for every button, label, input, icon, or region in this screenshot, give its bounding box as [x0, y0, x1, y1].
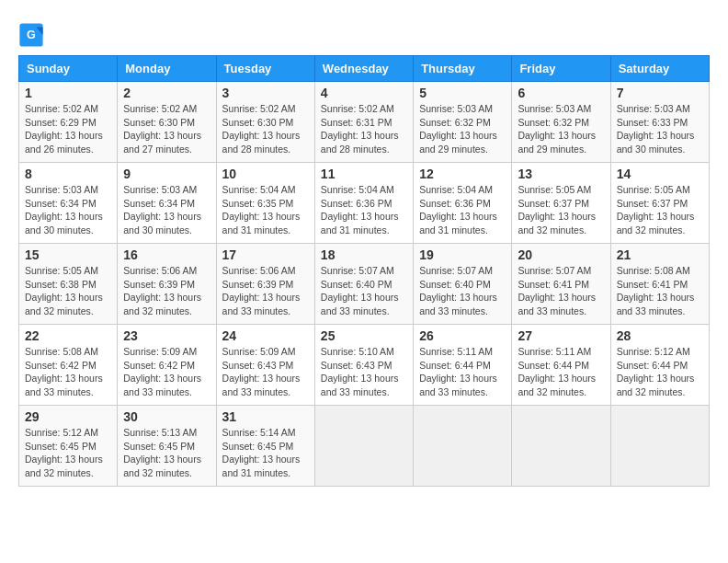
day-number: 5 — [419, 86, 506, 100]
weekday-header-wednesday: Wednesday — [314, 56, 413, 82]
day-info: Sunrise: 5:09 AM Sunset: 6:43 PM Dayligh… — [222, 345, 309, 399]
day-info: Sunrise: 5:03 AM Sunset: 6:33 PM Dayligh… — [617, 102, 703, 156]
day-info: Sunrise: 5:03 AM Sunset: 6:34 PM Dayligh… — [123, 183, 210, 237]
day-info: Sunrise: 5:03 AM Sunset: 6:34 PM Dayligh… — [25, 183, 111, 237]
day-number: 29 — [25, 409, 111, 424]
calendar-day-cell: 18 Sunrise: 5:07 AM Sunset: 6:40 PM Dayl… — [314, 244, 413, 325]
day-number: 19 — [419, 247, 506, 262]
calendar-day-cell: 31 Sunrise: 5:14 AM Sunset: 6:45 PM Dayl… — [216, 406, 314, 487]
page-header: G — [18, 18, 710, 48]
day-number: 21 — [617, 247, 703, 262]
weekday-header-monday: Monday — [118, 56, 216, 82]
day-number: 7 — [617, 86, 703, 100]
calendar-day-cell: 27 Sunrise: 5:11 AM Sunset: 6:44 PM Dayl… — [512, 325, 610, 406]
weekday-header-saturday: Saturday — [610, 56, 709, 82]
day-info: Sunrise: 5:02 AM Sunset: 6:30 PM Dayligh… — [222, 102, 309, 156]
empty-cell — [314, 406, 413, 487]
calendar-header-row: SundayMondayTuesdayWednesdayThursdayFrid… — [19, 56, 710, 82]
calendar-day-cell: 29 Sunrise: 5:12 AM Sunset: 6:45 PM Dayl… — [19, 406, 118, 487]
day-number: 3 — [222, 86, 309, 100]
empty-cell — [610, 406, 709, 487]
day-number: 28 — [617, 328, 703, 343]
calendar-day-cell: 20 Sunrise: 5:07 AM Sunset: 6:41 PM Dayl… — [512, 244, 610, 325]
day-info: Sunrise: 5:13 AM Sunset: 6:45 PM Dayligh… — [123, 426, 210, 480]
day-number: 8 — [25, 167, 111, 181]
weekday-header-friday: Friday — [512, 56, 610, 82]
weekday-header-sunday: Sunday — [19, 56, 118, 82]
calendar-week-row: 8 Sunrise: 5:03 AM Sunset: 6:34 PM Dayli… — [19, 163, 710, 244]
calendar-day-cell: 7 Sunrise: 5:03 AM Sunset: 6:33 PM Dayli… — [610, 82, 709, 163]
calendar-day-cell: 2 Sunrise: 5:02 AM Sunset: 6:30 PM Dayli… — [118, 82, 216, 163]
day-number: 12 — [419, 167, 506, 181]
day-number: 14 — [617, 167, 703, 181]
svg-text:G: G — [27, 29, 36, 41]
calendar-day-cell: 21 Sunrise: 5:08 AM Sunset: 6:41 PM Dayl… — [610, 244, 709, 325]
day-info: Sunrise: 5:03 AM Sunset: 6:32 PM Dayligh… — [419, 102, 506, 156]
day-info: Sunrise: 5:02 AM Sunset: 6:30 PM Dayligh… — [123, 102, 210, 156]
day-info: Sunrise: 5:12 AM Sunset: 6:45 PM Dayligh… — [25, 426, 111, 480]
day-number: 4 — [321, 86, 407, 100]
calendar-day-cell: 8 Sunrise: 5:03 AM Sunset: 6:34 PM Dayli… — [19, 163, 118, 244]
calendar-day-cell: 25 Sunrise: 5:10 AM Sunset: 6:43 PM Dayl… — [314, 325, 413, 406]
calendar-day-cell: 16 Sunrise: 5:06 AM Sunset: 6:39 PM Dayl… — [118, 244, 216, 325]
calendar-day-cell: 22 Sunrise: 5:08 AM Sunset: 6:42 PM Dayl… — [19, 325, 118, 406]
empty-cell — [414, 406, 512, 487]
calendar-day-cell: 13 Sunrise: 5:05 AM Sunset: 6:37 PM Dayl… — [512, 163, 610, 244]
day-info: Sunrise: 5:04 AM Sunset: 6:36 PM Dayligh… — [321, 183, 407, 237]
calendar-day-cell: 30 Sunrise: 5:13 AM Sunset: 6:45 PM Dayl… — [118, 406, 216, 487]
calendar-week-row: 15 Sunrise: 5:05 AM Sunset: 6:38 PM Dayl… — [19, 244, 710, 325]
calendar-day-cell: 10 Sunrise: 5:04 AM Sunset: 6:35 PM Dayl… — [216, 163, 314, 244]
calendar-day-cell: 3 Sunrise: 5:02 AM Sunset: 6:30 PM Dayli… — [216, 82, 314, 163]
day-info: Sunrise: 5:05 AM Sunset: 6:38 PM Dayligh… — [25, 264, 111, 318]
day-info: Sunrise: 5:06 AM Sunset: 6:39 PM Dayligh… — [222, 264, 309, 318]
calendar-day-cell: 15 Sunrise: 5:05 AM Sunset: 6:38 PM Dayl… — [19, 244, 118, 325]
day-number: 13 — [518, 167, 604, 181]
day-info: Sunrise: 5:10 AM Sunset: 6:43 PM Dayligh… — [321, 345, 407, 399]
calendar-day-cell: 26 Sunrise: 5:11 AM Sunset: 6:44 PM Dayl… — [414, 325, 512, 406]
day-number: 25 — [321, 328, 407, 343]
day-info: Sunrise: 5:11 AM Sunset: 6:44 PM Dayligh… — [419, 345, 506, 399]
day-info: Sunrise: 5:09 AM Sunset: 6:42 PM Dayligh… — [123, 345, 210, 399]
day-number: 15 — [25, 247, 111, 262]
calendar-week-row: 1 Sunrise: 5:02 AM Sunset: 6:29 PM Dayli… — [19, 82, 710, 163]
calendar-day-cell: 28 Sunrise: 5:12 AM Sunset: 6:44 PM Dayl… — [610, 325, 709, 406]
day-info: Sunrise: 5:14 AM Sunset: 6:45 PM Dayligh… — [222, 426, 309, 480]
day-number: 16 — [123, 247, 210, 262]
day-info: Sunrise: 5:02 AM Sunset: 6:29 PM Dayligh… — [25, 102, 111, 156]
day-info: Sunrise: 5:11 AM Sunset: 6:44 PM Dayligh… — [518, 345, 604, 399]
calendar-week-row: 29 Sunrise: 5:12 AM Sunset: 6:45 PM Dayl… — [19, 406, 710, 487]
calendar-day-cell: 4 Sunrise: 5:02 AM Sunset: 6:31 PM Dayli… — [314, 82, 413, 163]
day-info: Sunrise: 5:08 AM Sunset: 6:41 PM Dayligh… — [617, 264, 703, 318]
day-number: 17 — [222, 247, 309, 262]
day-number: 22 — [25, 328, 111, 343]
day-info: Sunrise: 5:07 AM Sunset: 6:40 PM Dayligh… — [419, 264, 506, 318]
calendar-day-cell: 24 Sunrise: 5:09 AM Sunset: 6:43 PM Dayl… — [216, 325, 314, 406]
logo: G — [18, 22, 46, 48]
calendar-day-cell: 9 Sunrise: 5:03 AM Sunset: 6:34 PM Dayli… — [118, 163, 216, 244]
empty-cell — [512, 406, 610, 487]
day-info: Sunrise: 5:02 AM Sunset: 6:31 PM Dayligh… — [321, 102, 407, 156]
weekday-header-tuesday: Tuesday — [216, 56, 314, 82]
day-info: Sunrise: 5:04 AM Sunset: 6:35 PM Dayligh… — [222, 183, 309, 237]
day-number: 20 — [518, 247, 604, 262]
calendar-table: SundayMondayTuesdayWednesdayThursdayFrid… — [18, 55, 710, 487]
day-number: 2 — [123, 86, 210, 100]
calendar-day-cell: 1 Sunrise: 5:02 AM Sunset: 6:29 PM Dayli… — [19, 82, 118, 163]
calendar-day-cell: 6 Sunrise: 5:03 AM Sunset: 6:32 PM Dayli… — [512, 82, 610, 163]
calendar-day-cell: 23 Sunrise: 5:09 AM Sunset: 6:42 PM Dayl… — [118, 325, 216, 406]
day-number: 27 — [518, 328, 604, 343]
day-number: 10 — [222, 167, 309, 181]
day-number: 26 — [419, 328, 506, 343]
day-number: 24 — [222, 328, 309, 343]
day-number: 18 — [321, 247, 407, 262]
day-number: 30 — [123, 409, 210, 424]
day-number: 23 — [123, 328, 210, 343]
logo-icon: G — [18, 22, 44, 48]
day-info: Sunrise: 5:05 AM Sunset: 6:37 PM Dayligh… — [617, 183, 703, 237]
calendar-day-cell: 12 Sunrise: 5:04 AM Sunset: 6:36 PM Dayl… — [414, 163, 512, 244]
day-number: 1 — [25, 86, 111, 100]
day-number: 31 — [222, 409, 309, 424]
calendar-day-cell: 11 Sunrise: 5:04 AM Sunset: 6:36 PM Dayl… — [314, 163, 413, 244]
day-number: 11 — [321, 167, 407, 181]
day-info: Sunrise: 5:05 AM Sunset: 6:37 PM Dayligh… — [518, 183, 604, 237]
